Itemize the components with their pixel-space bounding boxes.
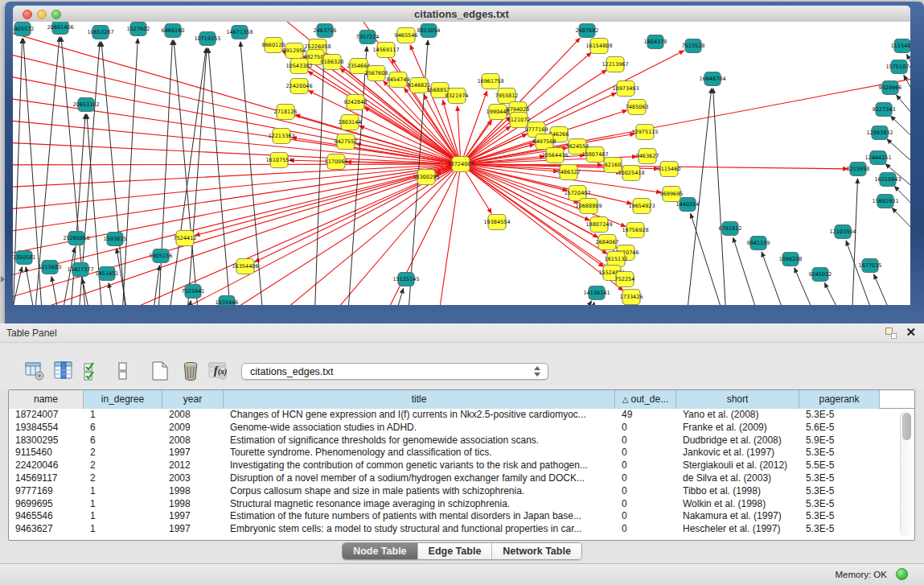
column-header-in_degree[interactable]: in_degree: [84, 390, 162, 409]
graph-node-label: 12093832: [866, 130, 893, 136]
scrollbar-thumb[interactable]: [902, 413, 911, 440]
table-row[interactable]: 946362711997Embryonic stem cells: a mode…: [9, 523, 914, 536]
float-panel-icon[interactable]: [885, 328, 897, 339]
table-cell: 9115460: [9, 447, 84, 459]
status-bar: Memory: OK: [0, 563, 924, 585]
table-cell: Corpus callosum shape and size in male p…: [224, 485, 615, 498]
graph-edge: [157, 40, 172, 305]
graph-node-label: 15751074: [885, 64, 910, 70]
table-cell: 49: [615, 409, 676, 422]
window-titlebar[interactable]: citations_edges.txt: [13, 6, 910, 23]
table-cell: 6: [84, 422, 162, 435]
graph-node-label: 20691406: [47, 24, 73, 31]
tab-edge-table[interactable]: Edge Table: [418, 543, 493, 559]
graph-svg: 1872400714055722069140610653287152760264…: [13, 22, 910, 305]
graph-node-label: 8660128: [262, 42, 285, 48]
select-all-icon[interactable]: [82, 360, 103, 381]
network-view-window: citations_edges.txt 18724007140557220691…: [5, 2, 924, 323]
table-cell: 2009: [162, 422, 224, 435]
graph-node-label: 9329966: [879, 84, 902, 91]
table-selector-dropdown[interactable]: citations_edges.txt: [241, 363, 548, 380]
network-canvas[interactable]: 1872400714055722069140610653287152760264…: [13, 22, 910, 305]
graph-node-label: 16961758: [477, 78, 503, 84]
table-settings-icon[interactable]: [24, 360, 45, 381]
table-cell: Jankovic et al. (1997): [676, 447, 799, 459]
graph-node-label: 2567608: [365, 70, 388, 76]
table-cell: Tibbo et al. (1998): [676, 485, 799, 498]
table-cell: Yano et al. (2008): [676, 409, 799, 422]
graph-node-label: 1440354: [676, 201, 700, 208]
graph-node-label: 2354664: [347, 63, 371, 69]
graph-node-label: 1677035: [859, 262, 882, 269]
graph-node-label: 9115460: [658, 166, 681, 172]
close-panel-icon[interactable]: ✕: [906, 326, 916, 339]
graph-node-label: 12975115: [631, 129, 658, 135]
graph-node-label: 7955812: [495, 93, 519, 99]
column-header-year[interactable]: year: [162, 390, 224, 409]
tab-node-table[interactable]: Node Table: [343, 543, 417, 559]
table-cell: 5.3E-5: [799, 523, 880, 536]
graph-node-label: 15720407: [564, 190, 590, 196]
graph-node-label: 14569117: [372, 47, 399, 53]
graph-node-label: 8912954: [283, 47, 306, 54]
graph-node-label: 9463627: [636, 153, 659, 159]
graph-node-label: 15692931: [872, 198, 898, 204]
graph-node-label: 10807487: [581, 151, 608, 158]
table-row[interactable]: 911546021997Tourette syndrome. Phenomeno…: [9, 447, 914, 459]
table-row[interactable]: 1872400712008Changes of HCN gene express…: [9, 409, 914, 422]
table-cell: Hescheler et al. (1997): [676, 523, 799, 536]
column-header-title[interactable]: title: [224, 390, 615, 409]
graph-node-label: 2463716: [314, 27, 337, 34]
graph-node-label: 19654923: [628, 203, 655, 209]
memory-status-indicator[interactable]: [896, 568, 908, 580]
table-row[interactable]: 2242004622012Investigating the contribut…: [9, 459, 914, 472]
delete-column-icon[interactable]: [180, 360, 201, 381]
column-header-out_de[interactable]: △out_de...: [615, 390, 676, 409]
graph-node-label: 19384554: [483, 219, 510, 225]
table-cell: Changes of HCN gene expression and I(f) …: [224, 409, 615, 422]
graph-node-label: 10653287: [87, 29, 113, 35]
column-header-pagerank[interactable]: pagerank: [799, 390, 880, 409]
table-row[interactable]: 1456911722003Disruption of a novel membe…: [9, 472, 914, 485]
table-row[interactable]: 1938455462009Genome-wide association stu…: [9, 422, 914, 435]
table-cell: 0: [615, 510, 676, 523]
table-cell: Dudbridge et al. (2008): [676, 435, 799, 447]
table-cell: de Silva et al. (2003): [676, 472, 799, 485]
panel-collapse-arrow-icon[interactable]: [1, 276, 5, 282]
function-builder-icon[interactable]: f(x): [214, 365, 227, 377]
graph-edge: [824, 283, 856, 305]
graph-node-label: 752254: [615, 276, 635, 282]
select-columns-icon[interactable]: [53, 360, 74, 381]
graph-edge: [314, 40, 325, 305]
graph-edge: [181, 301, 191, 305]
graph-edge: [904, 75, 910, 113]
table-row[interactable]: 1830029562008Estimation of significance …: [9, 435, 914, 447]
table-tab-group: Node TableEdge TableNetwork Table: [342, 542, 582, 560]
table-row[interactable]: 977716911998Corpus callosum shape and si…: [9, 485, 914, 498]
table-body: 1872400712008Changes of HCN gene express…: [9, 409, 914, 536]
table-cell: 2: [84, 459, 162, 472]
graph-node-label: 8321974: [446, 93, 469, 99]
dropdown-stepper-icon: [534, 366, 540, 377]
column-header-name[interactable]: name: [9, 390, 84, 409]
table-vertical-scrollbar[interactable]: [900, 411, 912, 536]
column-header-short[interactable]: short: [676, 390, 799, 409]
new-column-icon[interactable]: [150, 360, 170, 381]
graph-edge: [851, 179, 858, 305]
tab-network-table[interactable]: Network Table: [492, 543, 581, 559]
table-cell: 9777169: [9, 485, 84, 498]
table-row[interactable]: 946554611997Estimation of the future num…: [9, 510, 914, 523]
table-row[interactable]: 969969511998Structural magnetic resonanc…: [9, 498, 914, 511]
graph-node-label: 62160: [605, 162, 622, 168]
graph-node-label: 9227343: [873, 106, 896, 113]
graph-node-label: 6466160: [162, 27, 185, 34]
graph-edge: [364, 108, 461, 164]
graph-node-label: 8186328: [321, 59, 344, 65]
table-cell: Franke et al. (2009): [676, 422, 799, 435]
graph-node-label: 6497568: [533, 138, 556, 145]
table-cell: 1997: [162, 523, 224, 536]
table-cell: Disruption of a novel member of a sodium…: [224, 472, 615, 485]
graph-node-label: 8813054: [417, 27, 441, 34]
clear-selection-icon[interactable]: [113, 360, 133, 381]
table-cell: Nakamura et al. (1997): [676, 510, 799, 523]
